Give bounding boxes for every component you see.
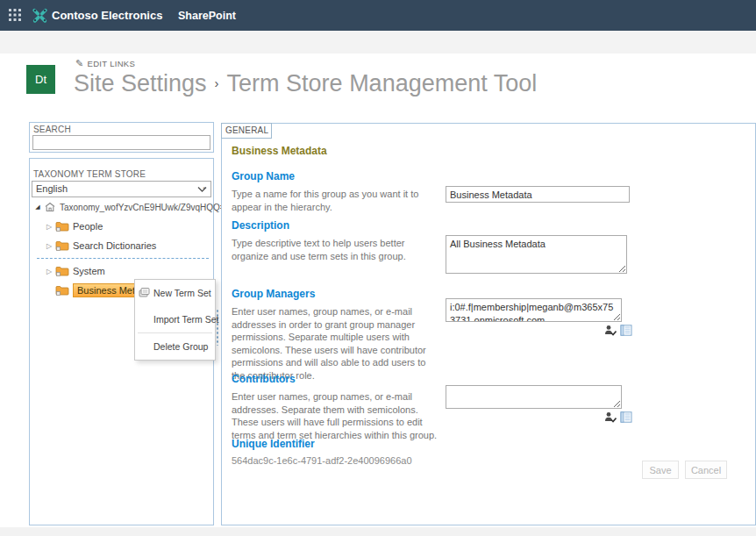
tree-node-label: Search Dictionaries <box>73 240 156 251</box>
language-select[interactable]: English ˆ <box>32 181 211 197</box>
group-folder-icon <box>55 221 69 232</box>
group-managers-textarea[interactable]: i:0#.f|membership|meganb@m365x753731.onm… <box>446 298 622 322</box>
breadcrumb-site-settings[interactable]: Site Settings <box>74 70 207 96</box>
menu-item-new-term-set[interactable]: New Term Set <box>135 280 215 306</box>
contributors-textarea[interactable] <box>446 385 622 409</box>
group-folder-icon <box>55 285 69 296</box>
save-button[interactable]: Save <box>642 461 679 479</box>
site-logo-tile[interactable]: Dt <box>26 65 55 94</box>
select-arrow-icon <box>197 186 207 193</box>
term-store-home-icon <box>44 202 56 212</box>
tab-general[interactable]: GENERAL <box>221 123 272 139</box>
ribbon-strip <box>0 31 756 54</box>
tree-root-label: Taxonomy_wofYzvCnE9HUwk/Z9vqHQQ== <box>60 203 231 212</box>
description-textarea[interactable]: All Business Metadata <box>446 235 627 274</box>
sharepoint-label: SharePoint <box>178 10 236 22</box>
bottom-strip <box>0 527 756 536</box>
section-contributors: Contributors Enter user names, group nam… <box>232 373 750 441</box>
contributors-help: Enter user names, group names, or e-mail… <box>232 390 439 441</box>
description-help: Type descriptive text to help users bett… <box>232 237 439 262</box>
tree-node-system[interactable]: ▷ System <box>32 261 211 281</box>
suite-bar: Contoso Electronics SharePoint <box>0 0 756 31</box>
page-title-text: Term Store Management Tool <box>227 70 538 96</box>
app-launcher-icon[interactable] <box>9 9 21 21</box>
brand-name: Contoso Electronics <box>52 9 162 22</box>
search-panel: SEARCH <box>29 122 214 153</box>
menu-item-import-term-set[interactable]: Import Term Set <box>135 306 215 332</box>
unique-identifier-label: Unique Identifier <box>232 438 750 450</box>
browse-address-book-icon[interactable] <box>620 325 632 336</box>
search-input[interactable] <box>32 135 210 150</box>
new-term-set-icon <box>139 287 150 300</box>
tree-node-label: System <box>73 266 105 276</box>
group-name-help: Type a name for this group as you want i… <box>232 188 439 213</box>
group-folder-icon <box>55 240 69 251</box>
expand-icon[interactable]: ▷ <box>44 268 54 275</box>
contributors-picker-icons <box>446 411 632 423</box>
taxonomy-term-store-label: TAXONOMY TERM STORE <box>33 169 146 179</box>
tree-node-label: People <box>73 221 103 232</box>
edit-links-button[interactable]: ✎EDIT LINKS <box>75 58 135 69</box>
search-label: SEARCH <box>33 125 71 134</box>
contributors-label: Contributors <box>232 373 750 385</box>
group-name-label: Group Name <box>232 170 750 182</box>
tree-node-search-dictionaries[interactable]: ▷ Search Dictionaries <box>32 236 211 255</box>
tree-node-people[interactable]: ▷ People <box>32 217 211 236</box>
expand-icon[interactable]: ▷ <box>44 242 54 250</box>
contoso-logo-icon[interactable] <box>32 7 48 24</box>
group-folder-icon <box>55 266 69 276</box>
expand-collapse-icon[interactable]: ◢ <box>32 204 43 211</box>
section-group-name: Group Name Type a name for this group as… <box>232 170 750 213</box>
menu-item-delete-group[interactable]: Delete Group <box>135 333 215 360</box>
page: Contoso Electronics SharePoint Dt ✎EDIT … <box>0 0 756 536</box>
group-managers-help: Enter user names, group names, or e-mail… <box>232 305 439 382</box>
properties-pane: GENERAL Business Metadata Group Name Typ… <box>221 123 756 525</box>
expand-icon[interactable]: ▷ <box>44 223 54 231</box>
cancel-button[interactable]: Cancel <box>685 461 727 479</box>
check-names-icon[interactable] <box>604 325 617 336</box>
group-name-input[interactable] <box>446 186 630 203</box>
form-buttons: Save Cancel <box>642 461 727 479</box>
section-group-managers: Group Managers Enter user names, group n… <box>232 288 750 382</box>
description-label: Description <box>232 219 750 232</box>
group-heading: Business Metadata <box>232 145 327 157</box>
check-names-icon[interactable] <box>604 411 617 423</box>
pencil-icon: ✎ <box>75 58 84 68</box>
tree-group-separator <box>37 258 209 259</box>
tree-root-node[interactable]: ◢ Taxonomy_wofYzvCnE9HUwk/Z9vqHQQ== <box>32 197 211 217</box>
breadcrumb-separator: › <box>215 75 219 90</box>
section-description: Description Type descriptive text to hel… <box>232 219 750 262</box>
page-title: Site Settings›Term Store Management Tool <box>74 70 537 97</box>
browse-address-book-icon[interactable] <box>620 411 632 423</box>
group-context-menu: New Term Set Import Term Set Delete Grou… <box>134 279 216 361</box>
group-managers-picker-icons <box>446 325 632 336</box>
